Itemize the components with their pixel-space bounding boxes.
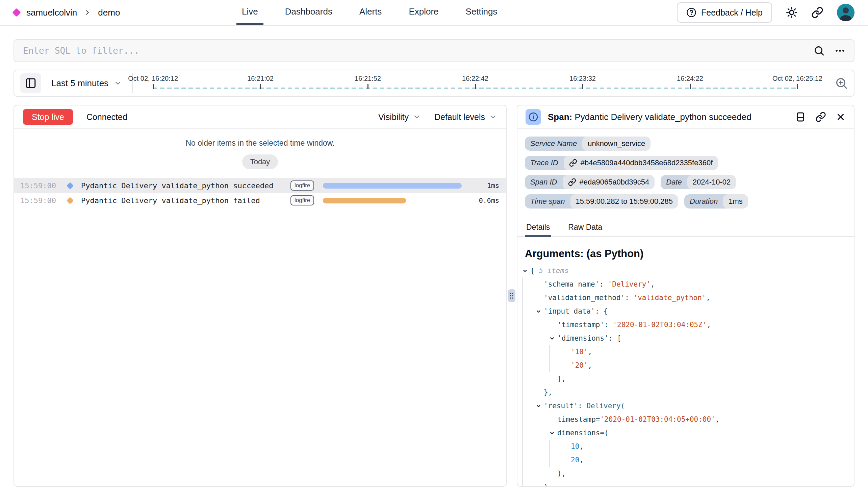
default-levels-dropdown[interactable]: Default levels — [434, 112, 497, 122]
theme-toggle-button[interactable] — [786, 6, 798, 19]
tree-token-str: '2020-01-02T03:04:05Z' — [613, 321, 707, 329]
time-range-label: Last 5 minutes — [51, 78, 108, 89]
header-actions: Feedback / Help — [677, 0, 854, 25]
nav-tab-explore[interactable]: Explore — [403, 0, 444, 25]
log-tag[interactable]: logfire — [290, 180, 314, 191]
tree-token-punct: , — [579, 456, 584, 464]
collapse-toggle[interactable] — [536, 403, 544, 409]
chevron-down-icon[interactable] — [522, 268, 528, 274]
tree-token-punct: , — [588, 361, 592, 369]
arguments-tree: { 5 items'schema_name': 'Delivery','vali… — [517, 264, 854, 487]
indent-guide — [522, 386, 536, 399]
panel-resize-handle[interactable] — [508, 289, 515, 302]
stop-live-button[interactable]: Stop live — [23, 109, 73, 125]
timeline-zoom-button[interactable] — [835, 77, 848, 90]
tree-line: 'schema_name': 'Delivery', — [522, 277, 849, 291]
indent-guide — [522, 318, 536, 332]
feedback-help-button[interactable]: Feedback / Help — [677, 2, 772, 23]
tree-token-key: 'validation_method' — [544, 294, 625, 302]
more-options-icon[interactable] — [834, 45, 846, 56]
search-icon[interactable] — [813, 45, 825, 56]
log-duration: 0.6ms — [471, 196, 499, 204]
log-tag[interactable]: logfire — [290, 195, 314, 205]
tree-token-num: 20 — [571, 456, 579, 464]
chevron-down-icon — [413, 113, 421, 121]
feedback-help-label: Feedback / Help — [701, 8, 763, 18]
span-diamond-icon — [67, 182, 74, 189]
metadata-badge-time-span: Time span15:59:00.282 to 15:59:00.285 — [525, 194, 678, 209]
breadcrumb-org[interactable]: samuelcolvin — [26, 7, 77, 18]
span-detail-panel: Span: Pydantic Delivery validate_python … — [517, 105, 854, 487]
tab-raw-data[interactable]: Raw Data — [567, 218, 604, 237]
tree-token-key: 'result' — [544, 402, 578, 410]
tree-token-punct: : — [604, 321, 613, 329]
log-row[interactable]: 15:59:00Pydantic Delivery validate_pytho… — [14, 178, 506, 193]
indent-guide — [522, 480, 536, 487]
share-link-button[interactable] — [811, 6, 823, 19]
tree-token-punct: , — [650, 280, 655, 288]
collapse-toggle[interactable] — [549, 430, 557, 436]
tree-token-punct: : — [578, 402, 586, 410]
main-content: Stop live Connected Visibility Default l… — [14, 105, 854, 487]
log-row[interactable]: 15:59:00Pydantic Delivery validate_pytho… — [14, 193, 506, 208]
badge-value[interactable]: #b4e5809a440dbb3458e68d2335fe360f — [564, 156, 718, 170]
indent-guide — [536, 413, 549, 426]
live-panel-header: Stop live Connected Visibility Default l… — [14, 105, 506, 129]
breadcrumb-project[interactable]: demo — [98, 7, 120, 18]
sun-icon — [786, 6, 798, 19]
indent-guide — [549, 440, 563, 453]
tree-line: 'validation_method': 'validate_python', — [522, 291, 849, 304]
time-range-select[interactable]: Last 5 minutes — [41, 78, 132, 89]
nav-tab-alerts[interactable]: Alerts — [354, 0, 387, 25]
badge-value[interactable]: #eda9065a0bd39c54 — [563, 175, 655, 189]
nav-tab-live[interactable]: Live — [236, 0, 263, 25]
indent-guide — [549, 359, 563, 372]
logfire-logo-icon — [12, 8, 21, 17]
tree-token-str: 'validate_python' — [634, 294, 706, 302]
sidebar-toggle-button[interactable] — [20, 73, 41, 93]
badge-label: Service Name — [525, 137, 582, 151]
collapse-toggle[interactable] — [549, 336, 557, 341]
indent-guide — [522, 304, 536, 318]
chevron-down-icon[interactable] — [536, 403, 541, 409]
tree-token-punct: ), — [544, 483, 552, 487]
timeline[interactable]: Oct 02, 16:20:1216:21:0216:21:5216:22:42… — [133, 70, 829, 96]
user-avatar[interactable] — [837, 4, 854, 21]
metadata-badge-span-id: Span ID#eda9065a0bd39c54 — [525, 175, 655, 189]
zoom-in-icon — [835, 77, 848, 90]
indent-guide — [536, 372, 549, 386]
tree-token-meta: 5 items — [539, 267, 569, 275]
nav-tab-dashboards[interactable]: Dashboards — [280, 0, 338, 25]
indent-guide — [522, 453, 536, 467]
main-nav: LiveDashboardsAlertsExploreSettings — [236, 0, 519, 25]
chevron-right-icon — [84, 9, 91, 16]
link-icon — [568, 178, 576, 186]
chevron-down-icon[interactable] — [549, 336, 555, 341]
tree-token-str: '2020-01-02T03:04:05+00:00' — [600, 415, 715, 423]
chevron-down-icon[interactable] — [536, 309, 541, 314]
tree-token-key: 'input_data' — [544, 307, 595, 315]
visibility-dropdown[interactable]: Visibility — [378, 112, 421, 122]
log-timestamp: 15:59:00 — [20, 196, 68, 205]
chevron-down-icon — [114, 79, 122, 87]
tab-details[interactable]: Details — [525, 218, 551, 237]
tree-token-key: timestamp= — [557, 415, 600, 423]
tree-line: ], — [522, 372, 849, 386]
tree-line: 'result': Delivery( — [522, 399, 849, 413]
today-badge[interactable]: Today — [242, 154, 278, 169]
sql-filter-bar — [14, 39, 854, 62]
chevron-down-icon[interactable] — [549, 430, 555, 436]
badge-label: Trace ID — [525, 156, 564, 170]
tree-token-str: '20' — [571, 361, 588, 369]
indent-guide — [536, 440, 549, 453]
indent-guide — [536, 453, 549, 467]
connection-status: Connected — [86, 112, 127, 122]
sql-input[interactable] — [22, 45, 804, 56]
copy-link-button[interactable] — [815, 112, 826, 122]
collapse-toggle[interactable] — [522, 268, 530, 274]
nav-tab-settings[interactable]: Settings — [460, 0, 503, 25]
collapse-toggle[interactable] — [536, 309, 544, 314]
indent-guide — [522, 345, 536, 359]
close-panel-button[interactable] — [836, 112, 846, 122]
reader-view-button[interactable] — [795, 112, 806, 122]
